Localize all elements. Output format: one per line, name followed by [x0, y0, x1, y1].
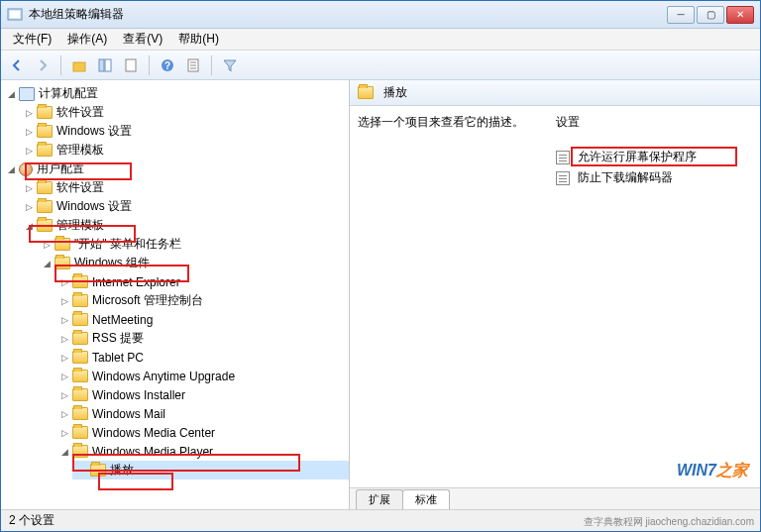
- folder-icon: [72, 332, 88, 345]
- tree-label: 播放: [110, 462, 134, 479]
- expander-icon[interactable]: ▷: [58, 276, 70, 288]
- folder-icon: [90, 464, 106, 477]
- menu-action[interactable]: 操作(A): [59, 29, 115, 50]
- tree-label: 计算机配置: [39, 85, 98, 102]
- tree-item[interactable]: ▷Internet Explorer: [54, 272, 349, 291]
- tree-item[interactable]: ▷Windows Anytime Upgrade: [54, 367, 349, 385]
- tree-label: Windows Installer: [92, 388, 185, 402]
- close-button[interactable]: ✕: [726, 6, 754, 24]
- tab-extended[interactable]: 扩展: [356, 489, 403, 509]
- tree-label: Windows 组件: [74, 255, 150, 271]
- expander-icon[interactable]: ▷: [41, 239, 53, 251]
- tree-label: Windows Media Center: [92, 426, 215, 440]
- expander-icon[interactable]: ▷: [23, 145, 35, 157]
- tree-label: Tablet PC: [92, 351, 144, 365]
- status-text: 2 个设置: [9, 512, 54, 529]
- tree-item[interactable]: ▷Windows Installer: [54, 385, 349, 404]
- folder-icon: [37, 181, 53, 194]
- expander-icon[interactable]: ▷: [58, 427, 70, 439]
- expander-icon[interactable]: ▷: [58, 352, 70, 364]
- tree-computer-config[interactable]: ◢计算机配置: [1, 84, 349, 103]
- expander-icon[interactable]: ◢: [58, 446, 70, 458]
- tree-playback[interactable]: ▷播放: [72, 461, 349, 479]
- back-button[interactable]: [5, 53, 29, 77]
- folder-icon: [37, 106, 53, 119]
- expander-icon[interactable]: ▷: [58, 389, 70, 401]
- maximize-button[interactable]: ▢: [697, 6, 724, 24]
- description-column: 选择一个项目来查看它的描述。: [358, 114, 556, 479]
- menu-view[interactable]: 查看(V): [115, 29, 170, 50]
- details-header: 播放: [350, 80, 760, 106]
- tree-item[interactable]: ▷软件设置: [19, 103, 349, 122]
- policy-label: 防止下载编解码器: [578, 169, 673, 186]
- separator: [149, 55, 150, 75]
- menu-help[interactable]: 帮助(H): [170, 29, 227, 50]
- tree-admin-templates[interactable]: ◢管理模板: [19, 216, 349, 235]
- expander-icon[interactable]: ▷: [58, 314, 70, 326]
- folder-icon: [72, 351, 88, 364]
- tree-item[interactable]: ◢Windows Media Player: [54, 442, 349, 461]
- expander-icon[interactable]: ◢: [5, 163, 17, 175]
- tree-pane[interactable]: ◢计算机配置 ▷软件设置 ▷Windows 设置 ▷管理模板 ◢用户配置 ▷软件…: [1, 80, 350, 509]
- content-area: ◢计算机配置 ▷软件设置 ▷Windows 设置 ▷管理模板 ◢用户配置 ▷软件…: [1, 80, 760, 509]
- tab-standard[interactable]: 标准: [402, 489, 450, 509]
- expander-icon[interactable]: ◢: [23, 220, 35, 232]
- tree-item[interactable]: ▷Tablet PC: [54, 348, 349, 367]
- svg-text:?: ?: [164, 60, 170, 71]
- tree-label: 管理模板: [56, 142, 104, 159]
- policy-label: 允许运行屏幕保护程序: [578, 149, 697, 165]
- tree-label: 用户配置: [37, 160, 84, 177]
- expander-icon[interactable]: ▷: [58, 333, 70, 345]
- show-hide-tree-button[interactable]: [93, 53, 117, 77]
- help-button[interactable]: ?: [156, 53, 179, 77]
- tree-item[interactable]: ▷RSS 提要: [54, 329, 349, 348]
- tree-item[interactable]: ▷软件设置: [19, 178, 349, 197]
- svg-rect-5: [126, 59, 136, 71]
- policy-item[interactable]: 防止下载编解码器: [556, 167, 752, 188]
- properties-button[interactable]: [181, 53, 205, 77]
- tree-windows-components[interactable]: ◢Windows 组件: [37, 254, 349, 272]
- statusbar: 2 个设置 查字典教程网 jiaocheng.chazidian.com: [1, 509, 760, 531]
- expander-icon[interactable]: ▷: [58, 295, 70, 307]
- folder-icon: [54, 257, 70, 269]
- folder-icon: [72, 426, 88, 439]
- tree-item[interactable]: ▷Windows Media Center: [54, 423, 349, 442]
- expander-icon[interactable]: ▷: [23, 201, 35, 213]
- tree-label: Internet Explorer: [92, 275, 180, 289]
- folder-icon: [37, 219, 53, 232]
- user-icon: [19, 162, 33, 176]
- tree-label: NetMeeting: [92, 313, 153, 327]
- tree-item[interactable]: ▷Windows 设置: [19, 122, 349, 141]
- tree-label: Microsoft 管理控制台: [92, 292, 203, 309]
- policy-icon: [556, 151, 570, 164]
- tree-label: "开始" 菜单和任务栏: [74, 236, 181, 253]
- settings-column: 设置 允许运行屏幕保护程序 防止下载编解码器: [556, 114, 752, 479]
- toolbar: ?: [1, 51, 760, 80]
- minimize-button[interactable]: ─: [667, 6, 695, 24]
- up-button[interactable]: [67, 53, 91, 77]
- expander-icon[interactable]: ▷: [23, 107, 35, 119]
- expander-icon[interactable]: ◢: [5, 88, 17, 100]
- tree-item[interactable]: ▷"开始" 菜单和任务栏: [37, 235, 349, 254]
- tree-item[interactable]: ▷Microsoft 管理控制台: [54, 291, 349, 310]
- filter-button[interactable]: [218, 53, 242, 77]
- expander-icon[interactable]: ▷: [58, 371, 70, 382]
- computer-icon: [19, 87, 35, 101]
- tree-label: Windows 设置: [56, 198, 132, 215]
- forward-button[interactable]: [31, 53, 54, 77]
- tree-item[interactable]: ▷管理模板: [19, 141, 349, 160]
- export-button[interactable]: [119, 53, 143, 77]
- expander-icon[interactable]: ◢: [41, 258, 53, 269]
- expander-icon[interactable]: ▷: [23, 126, 35, 138]
- tree-item[interactable]: ▷NetMeeting: [54, 310, 349, 329]
- details-title: 播放: [383, 84, 407, 101]
- tree-user-config[interactable]: ◢用户配置: [1, 160, 349, 178]
- tree-item[interactable]: ▷Windows 设置: [19, 197, 349, 216]
- expander-icon[interactable]: ▷: [58, 408, 70, 420]
- logo-suffix: 之家: [716, 462, 748, 479]
- menu-file[interactable]: 文件(F): [5, 29, 59, 50]
- policy-item[interactable]: 允许运行屏幕保护程序: [556, 147, 752, 167]
- tree-item[interactable]: ▷Windows Mail: [54, 404, 349, 423]
- svg-rect-2: [73, 62, 85, 71]
- expander-icon[interactable]: ▷: [23, 182, 35, 194]
